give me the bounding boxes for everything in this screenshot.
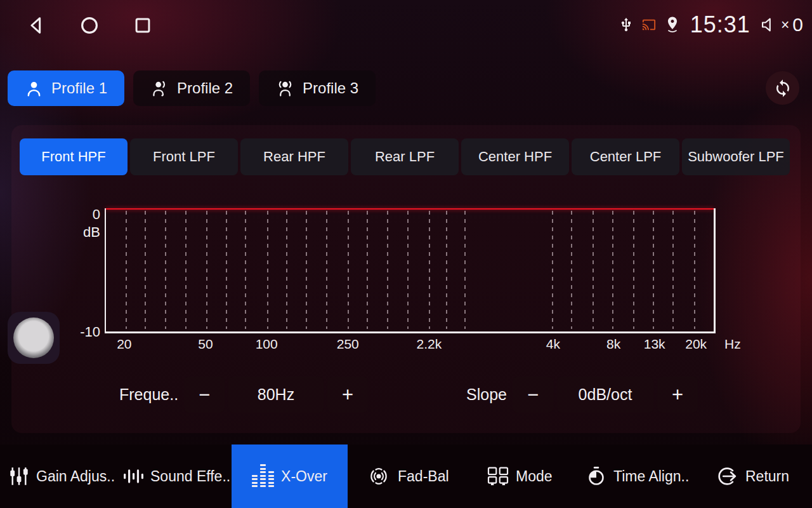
mode-icon bbox=[487, 467, 509, 486]
gridline bbox=[326, 211, 327, 329]
gridline bbox=[552, 211, 553, 329]
slope-value: 0dB/oct bbox=[557, 377, 653, 413]
status-indicators: 15:31 × 0 bbox=[619, 8, 803, 42]
gridline bbox=[653, 211, 654, 329]
person-surround-icon bbox=[276, 79, 294, 98]
nav-x-over[interactable]: X-Over bbox=[232, 444, 348, 508]
frequency-minus-button[interactable]: − bbox=[184, 377, 225, 413]
nav-label: Return bbox=[745, 468, 789, 485]
clock: 15:31 bbox=[690, 11, 750, 38]
rotary-knob[interactable] bbox=[8, 312, 60, 364]
gridline bbox=[571, 211, 572, 329]
profile-row: Profile 1 Profile 2 Profile 3 bbox=[8, 70, 376, 106]
volume-level: 0 bbox=[792, 14, 803, 36]
back-button[interactable] bbox=[24, 13, 48, 38]
gridline bbox=[387, 211, 388, 329]
x-tick-label: 50 bbox=[198, 337, 213, 352]
tab-front-lpf[interactable]: Front LPF bbox=[130, 138, 238, 175]
plot-area bbox=[105, 208, 716, 333]
nav-sound-effects[interactable]: Sound Effe.. bbox=[123, 444, 230, 508]
tab-rear-hpf[interactable]: Rear HPF bbox=[240, 138, 348, 175]
frequency-plus-button[interactable]: + bbox=[327, 377, 368, 413]
nav-time-align[interactable]: Time Align.. bbox=[586, 444, 689, 508]
response-curve bbox=[106, 208, 714, 210]
gridline bbox=[226, 211, 227, 329]
x-tick-label: 2.2k bbox=[416, 337, 442, 352]
tab-center-hpf[interactable]: Center HPF bbox=[461, 138, 569, 175]
x-tick-label: 4k bbox=[546, 337, 560, 352]
volume-muted-icon bbox=[760, 16, 778, 34]
gridline bbox=[446, 211, 447, 329]
x-axis-unit: Hz bbox=[724, 337, 741, 352]
volume-mute-symbol: × bbox=[781, 17, 789, 34]
x-axis-ticks: 20501002502.2k4k8k13k20k bbox=[105, 337, 716, 354]
nav-return[interactable]: Return bbox=[717, 444, 789, 508]
gridline bbox=[145, 211, 146, 329]
nav-label: X-Over bbox=[281, 468, 327, 485]
gridline bbox=[185, 211, 187, 329]
x-tick-label: 13k bbox=[644, 337, 665, 352]
slope-label: Slope bbox=[466, 385, 507, 404]
gridline bbox=[267, 211, 268, 329]
person-speaking-icon bbox=[150, 79, 169, 98]
time-align-icon bbox=[586, 466, 606, 486]
gridline bbox=[464, 211, 466, 329]
gridline bbox=[633, 211, 634, 329]
profile-label: Profile 1 bbox=[51, 79, 107, 97]
refresh-icon bbox=[773, 79, 792, 98]
gridline bbox=[306, 211, 307, 329]
x-over-icon bbox=[252, 465, 274, 487]
gridline bbox=[429, 211, 430, 329]
profile-1-button[interactable]: Profile 1 bbox=[8, 70, 124, 106]
y-axis-unit: dB bbox=[61, 224, 100, 241]
sound-effects-icon bbox=[123, 468, 143, 485]
slope-plus-button[interactable]: + bbox=[657, 377, 698, 413]
gridline bbox=[593, 211, 594, 329]
nav-label: Time Align.. bbox=[613, 468, 689, 485]
gridline bbox=[348, 211, 349, 329]
location-icon bbox=[664, 15, 681, 34]
profile-label: Profile 2 bbox=[177, 79, 233, 97]
nav-label: Fad-Bal bbox=[398, 468, 449, 485]
filter-tab-row: Front HPF Front LPF Rear HPF Rear LPF Ce… bbox=[20, 138, 790, 175]
bottom-nav-bar: Gain Adjus.. Sound Effe.. X-Over Fad-Bal bbox=[0, 444, 812, 508]
return-icon bbox=[717, 466, 738, 486]
frequency-value: 80Hz bbox=[228, 377, 324, 413]
recents-button[interactable] bbox=[131, 13, 155, 38]
nav-gain-adjust[interactable]: Gain Adjus.. bbox=[9, 444, 115, 508]
profile-3-button[interactable]: Profile 3 bbox=[259, 70, 376, 106]
nav-label: Gain Adjus.. bbox=[36, 468, 115, 485]
profile-label: Profile 3 bbox=[303, 79, 358, 97]
x-tick-label: 100 bbox=[256, 337, 278, 352]
gridline bbox=[672, 211, 674, 329]
profile-2-button[interactable]: Profile 2 bbox=[133, 70, 250, 106]
reset-button[interactable] bbox=[766, 71, 799, 105]
tab-center-lpf[interactable]: Center LPF bbox=[572, 138, 679, 175]
tab-subwoofer-lpf[interactable]: Subwoofer LPF bbox=[682, 138, 790, 175]
gridline bbox=[165, 211, 166, 329]
gridline bbox=[407, 211, 409, 329]
x-tick-label: 20k bbox=[685, 337, 707, 352]
x-tick-label: 20 bbox=[117, 337, 131, 352]
home-button[interactable] bbox=[77, 13, 102, 38]
nav-label: Sound Effe.. bbox=[150, 468, 230, 485]
slope-minus-button[interactable]: − bbox=[513, 377, 553, 413]
nav-mode[interactable]: Mode bbox=[487, 444, 553, 508]
y-tick-neg10: -10 bbox=[61, 324, 100, 340]
volume-status: × 0 bbox=[760, 14, 803, 36]
gridline bbox=[367, 211, 368, 329]
gridline bbox=[694, 211, 695, 329]
x-tick-label: 250 bbox=[337, 337, 359, 352]
gridline bbox=[206, 211, 207, 329]
y-tick-0: 0 bbox=[61, 206, 100, 223]
usb-icon bbox=[619, 15, 634, 34]
x-tick-label: 8k bbox=[606, 337, 620, 352]
gridline bbox=[286, 211, 287, 329]
gridline bbox=[245, 211, 246, 329]
knob-icon bbox=[13, 318, 54, 358]
tab-front-hpf[interactable]: Front HPF bbox=[20, 138, 128, 175]
nav-fad-bal[interactable]: Fad-Bal bbox=[367, 444, 449, 508]
gain-adjust-icon bbox=[9, 466, 29, 486]
tab-rear-lpf[interactable]: Rear LPF bbox=[351, 138, 459, 175]
nav-label: Mode bbox=[516, 468, 553, 485]
